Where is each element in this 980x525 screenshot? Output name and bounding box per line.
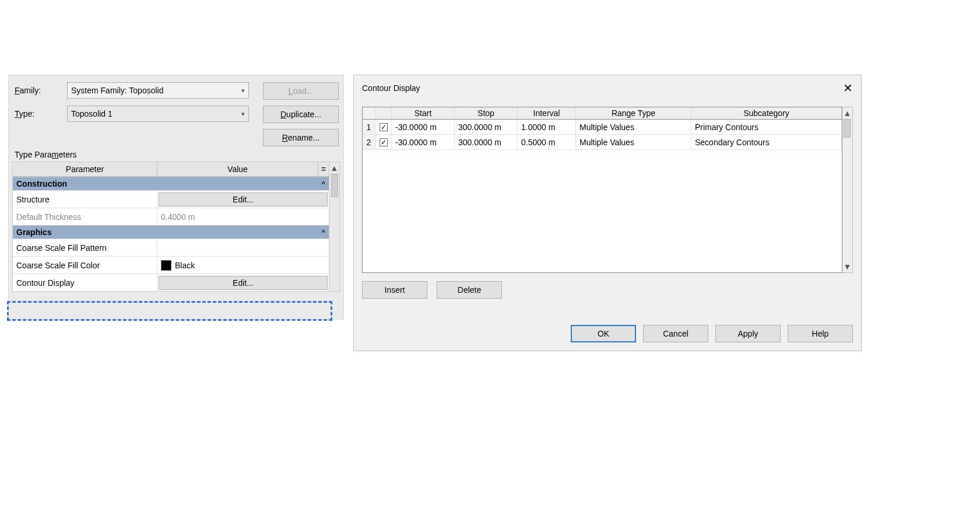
col-parameter[interactable]: Parameter	[13, 162, 157, 176]
duplicate-button[interactable]: Duplicate...	[263, 106, 339, 123]
row-structure: Structure Edit...	[13, 190, 329, 208]
scroll-up-icon[interactable]: ▲	[844, 108, 852, 118]
ok-button[interactable]: OK	[571, 325, 636, 342]
delete-button[interactable]: Delete	[437, 281, 502, 299]
scroll-thumb[interactable]	[331, 174, 338, 197]
type-combo[interactable]: Toposolid 1 ▾	[67, 106, 249, 122]
row-coarse-pattern: Coarse Scale Fill Pattern	[13, 239, 329, 256]
rename-button[interactable]: Rename...	[263, 129, 339, 146]
dialog-title: Contour Display	[362, 83, 420, 93]
scroll-down-icon[interactable]: ▼	[844, 262, 852, 271]
col-eq[interactable]: =	[318, 162, 329, 176]
edit-contour-button[interactable]: Edit...	[159, 276, 328, 290]
collapse-icon: ^	[322, 229, 325, 236]
row-default-thickness: Default Thickness 0.4000 m	[13, 208, 329, 225]
group-construction[interactable]: Construction ^	[13, 177, 329, 190]
row-checkbox[interactable]: ✓	[380, 123, 388, 131]
contour-display-dialog: Contour Display ✕ Start Stop Interval Ra…	[353, 75, 862, 351]
contour-grid: Start Stop Interval Range Type Subcatego…	[362, 107, 842, 273]
row-checkbox[interactable]: ✓	[380, 138, 388, 146]
edit-structure-button[interactable]: Edit...	[159, 192, 328, 206]
family-combo[interactable]: System Family: Toposolid ▾	[67, 82, 249, 99]
scrollbar[interactable]: ▲	[329, 162, 340, 292]
insert-button[interactable]: Insert	[362, 281, 427, 299]
scroll-thumb[interactable]	[844, 119, 851, 138]
col-range-type[interactable]: Range Type	[576, 107, 691, 119]
load-button[interactable]: Load...	[263, 82, 339, 100]
apply-button[interactable]: Apply	[715, 325, 781, 342]
type-parameters-grid: Parameter Value = Construction ^ Structu…	[12, 162, 329, 292]
scrollbar[interactable]: ▲ ▼	[842, 107, 853, 273]
col-subcategory[interactable]: Subcategory	[691, 107, 842, 119]
col-start[interactable]: Start	[392, 107, 455, 119]
chevron-down-icon: ▾	[241, 87, 245, 94]
scroll-up-icon[interactable]: ▲	[331, 163, 339, 173]
col-interval[interactable]: Interval	[518, 107, 576, 119]
family-label: Family:	[15, 86, 67, 95]
color-swatch-icon	[161, 260, 171, 271]
close-icon[interactable]: ✕	[843, 81, 853, 95]
chevron-down-icon: ▾	[241, 110, 245, 118]
col-value[interactable]: Value	[157, 162, 318, 176]
collapse-icon: ^	[322, 180, 325, 187]
table-row: 1 ✓ -30.0000 m 300.0000 m 1.0000 m Multi…	[363, 120, 842, 135]
col-stop[interactable]: Stop	[455, 107, 518, 119]
type-parameters-label: Type Parameters	[9, 146, 343, 162]
type-label: Type:	[15, 109, 67, 118]
help-button[interactable]: Help	[788, 325, 853, 342]
type-properties-panel: Family: System Family: Toposolid ▾ Type:…	[8, 75, 344, 320]
table-row: 2 ✓ -30.0000 m 300.0000 m 0.5000 m Multi…	[363, 135, 842, 150]
row-contour-display: Contour Display Edit...	[13, 274, 329, 291]
row-coarse-color: Coarse Scale Fill Color Black	[13, 256, 329, 274]
cancel-button[interactable]: Cancel	[643, 325, 708, 342]
group-graphics[interactable]: Graphics ^	[13, 225, 329, 239]
